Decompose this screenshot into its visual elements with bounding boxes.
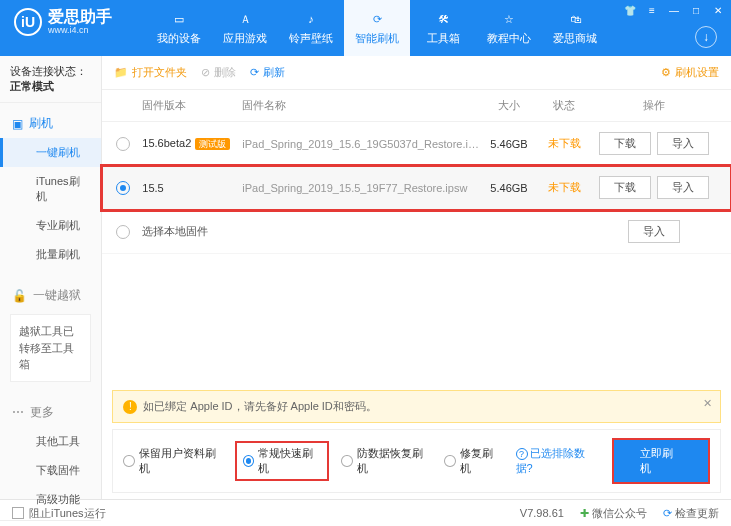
- block-itunes-checkbox[interactable]: [12, 507, 24, 519]
- folder-icon: 📁: [114, 66, 128, 79]
- nav-flash[interactable]: ⟳智能刷机: [344, 0, 410, 56]
- cell-version: 15.5: [142, 182, 242, 194]
- menu-icon[interactable]: ≡: [645, 4, 659, 16]
- nav-ringtones[interactable]: ♪铃声壁纸: [278, 0, 344, 56]
- firmware-row[interactable]: 15.6beta2测试版 iPad_Spring_2019_15.6_19G50…: [102, 122, 731, 166]
- sidebar-item-other-tools[interactable]: 其他工具: [0, 427, 101, 456]
- nav-shop[interactable]: 🛍爱思商城: [542, 0, 608, 56]
- block-itunes-label: 阻止iTunes运行: [29, 506, 106, 521]
- opt-label: 常规快速刷机: [258, 446, 321, 476]
- radio-button[interactable]: [116, 137, 130, 151]
- cell-state: 未下载: [539, 136, 589, 151]
- warning-text: 如已绑定 Apple ID，请先备好 Apple ID和密码。: [143, 399, 377, 414]
- jailbreak-note: 越狱工具已转移至工具箱: [10, 314, 91, 382]
- section-label: 更多: [30, 404, 54, 421]
- cell-ops: 下载 导入: [589, 176, 719, 199]
- maximize-icon[interactable]: □: [689, 4, 703, 16]
- nav-label: 应用游戏: [223, 31, 267, 46]
- shop-icon: 🛍: [566, 10, 584, 28]
- opt-repair[interactable]: 修复刷机: [444, 446, 501, 476]
- import-button[interactable]: 导入: [657, 132, 709, 155]
- opt-anti-recovery[interactable]: 防数据恢复刷机: [341, 446, 430, 476]
- col-version: 固件版本: [142, 98, 242, 113]
- brand-url: www.i4.cn: [48, 25, 112, 35]
- window-controls: 👕 ≡ — □ ✕: [623, 4, 725, 16]
- brand-name: 爱思助手: [48, 9, 112, 25]
- btn-label: 删除: [214, 65, 236, 80]
- firmware-row-selected[interactable]: 15.5 iPad_Spring_2019_15.5_19F77_Restore…: [102, 166, 731, 210]
- opt-keep-data[interactable]: 保留用户资料刷机: [123, 446, 222, 476]
- sidebar-item-itunes[interactable]: iTunes刷机: [0, 167, 101, 211]
- nav-apps[interactable]: Ａ应用游戏: [212, 0, 278, 56]
- connection-status: 设备连接状态：正常模式: [0, 56, 101, 103]
- close-icon[interactable]: ✕: [711, 4, 725, 16]
- flash-now-button[interactable]: 立即刷机: [612, 438, 710, 484]
- apps-icon: Ａ: [236, 10, 254, 28]
- lock-icon: 🔓: [12, 289, 27, 303]
- logo-area: iU 爱思助手 www.i4.cn: [0, 0, 126, 36]
- import-button[interactable]: 导入: [628, 220, 680, 243]
- exclude-data-link[interactable]: ?已选排除数据?: [516, 446, 598, 476]
- trash-icon: ⊘: [201, 66, 210, 79]
- content-area: 📁打开文件夹 ⊘删除 ⟳刷新 ⚙刷机设置 固件版本 固件名称 大小 状态 操作 …: [102, 56, 731, 499]
- music-icon: ♪: [302, 10, 320, 28]
- radio-button[interactable]: [116, 225, 130, 239]
- open-folder-button[interactable]: 📁打开文件夹: [114, 65, 187, 80]
- btn-label: 刷新: [263, 65, 285, 80]
- sidebar-section-jailbreak[interactable]: 🔓一键越狱: [0, 281, 101, 310]
- help-icon: ☆: [500, 10, 518, 28]
- radio-button[interactable]: [116, 181, 130, 195]
- local-firmware-row[interactable]: 选择本地固件 导入: [102, 210, 731, 254]
- sidebar-item-pro[interactable]: 专业刷机: [0, 211, 101, 240]
- question-icon: ?: [516, 448, 528, 460]
- download-button[interactable]: 下载: [599, 132, 651, 155]
- status-value: 正常模式: [10, 80, 54, 92]
- nav-toolbox[interactable]: 🛠工具箱: [410, 0, 476, 56]
- import-button[interactable]: 导入: [657, 176, 709, 199]
- delete-button[interactable]: ⊘删除: [201, 65, 236, 80]
- col-state: 状态: [539, 98, 589, 113]
- download-manager-icon[interactable]: ↓: [695, 26, 717, 48]
- minimize-icon[interactable]: —: [667, 4, 681, 16]
- square-icon: ▣: [12, 117, 23, 131]
- sidebar-item-download-fw[interactable]: 下载固件: [0, 456, 101, 485]
- sidebar-section-more[interactable]: ⋯更多: [0, 398, 101, 427]
- flash-settings-button[interactable]: ⚙刷机设置: [661, 65, 719, 80]
- refresh-button[interactable]: ⟳刷新: [250, 65, 285, 80]
- col-size: 大小: [479, 98, 539, 113]
- appleid-warning: ! 如已绑定 Apple ID，请先备好 Apple ID和密码。 ✕: [112, 390, 721, 423]
- nav-label: 我的设备: [157, 31, 201, 46]
- statusbar: 阻止iTunes运行 V7.98.61 ✚ 微信公众号 ⟳ 检查更新: [0, 499, 731, 526]
- opt-normal-flash[interactable]: 常规快速刷机: [237, 443, 327, 479]
- cell-state: 未下载: [539, 180, 589, 195]
- sidebar-item-oneclick[interactable]: 一键刷机: [0, 138, 101, 167]
- nav-label: 铃声壁纸: [289, 31, 333, 46]
- skin-icon[interactable]: 👕: [623, 4, 637, 16]
- cell-ops: 下载 导入: [589, 132, 719, 155]
- flash-options: 保留用户资料刷机 常规快速刷机 防数据恢复刷机 修复刷机 ?已选排除数据? 立即…: [112, 429, 721, 493]
- cell-ops: 导入: [589, 220, 719, 243]
- btn-label: 打开文件夹: [132, 65, 187, 80]
- toolbar: 📁打开文件夹 ⊘删除 ⟳刷新 ⚙刷机设置: [102, 56, 731, 90]
- opt-label: 防数据恢复刷机: [357, 446, 430, 476]
- nav-tutorial[interactable]: ☆教程中心: [476, 0, 542, 56]
- phone-icon: ▭: [170, 10, 188, 28]
- sidebar-section-flash[interactable]: ▣刷机: [0, 109, 101, 138]
- sidebar-item-batch[interactable]: 批量刷机: [0, 240, 101, 269]
- version-label[interactable]: V7.98.61: [520, 507, 564, 519]
- close-warning-icon[interactable]: ✕: [703, 397, 712, 410]
- wechat-link[interactable]: ✚ 微信公众号: [580, 506, 647, 521]
- download-button[interactable]: 下载: [599, 176, 651, 199]
- cell-filename: iPad_Spring_2019_15.5_19F77_Restore.ipsw: [242, 182, 479, 194]
- section-label: 刷机: [29, 115, 53, 132]
- flash-icon: ⟳: [368, 10, 386, 28]
- cell-size: 5.46GB: [479, 182, 539, 194]
- cell-size: 5.46GB: [479, 138, 539, 150]
- check-update-link[interactable]: ⟳ 检查更新: [663, 506, 719, 521]
- app-logo-icon: iU: [14, 8, 42, 36]
- wechat-icon: ✚: [580, 507, 589, 519]
- update-icon: ⟳: [663, 507, 672, 519]
- nav-label: 教程中心: [487, 31, 531, 46]
- btn-label: 刷机设置: [675, 65, 719, 80]
- nav-my-device[interactable]: ▭我的设备: [146, 0, 212, 56]
